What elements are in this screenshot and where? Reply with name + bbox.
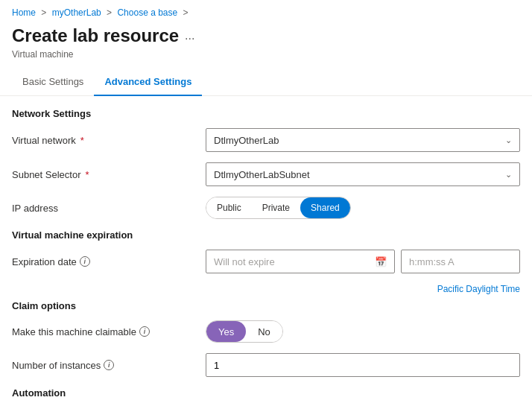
expiration-date-input[interactable]: Will not expire 📅 — [206, 250, 395, 273]
time-placeholder: h:mm:ss A — [409, 256, 455, 267]
automation-label: Automation — [12, 387, 520, 399]
expiration-date-control: Will not expire 📅 h:mm:ss A — [206, 250, 520, 273]
breadcrumb: Home > myOtherLab > Choose a base > — [0, 0, 532, 21]
claimable-info-icon[interactable]: i — [139, 326, 150, 337]
claimable-row: Make this machine claimable i Yes No — [12, 320, 520, 343]
required-marker: * — [80, 135, 84, 146]
expiration-section-label: Virtual machine expiration — [12, 229, 520, 241]
claim-section-label: Claim options — [12, 300, 520, 311]
instances-control — [206, 353, 520, 377]
subnet-dropdown[interactable]: DtlmyOtherLabSubnet ⌄ — [206, 162, 520, 186]
subnet-label: Subnet Selector * — [12, 169, 206, 180]
instances-info-icon[interactable]: i — [104, 360, 114, 370]
content-area: Network Settings Virtual network * Dtlmy… — [0, 96, 532, 406]
ip-address-control: Public Private Shared — [206, 197, 520, 219]
subnet-value: DtlmyOtherLabSubnet — [214, 169, 310, 180]
expiration-date-placeholder: Will not expire — [214, 256, 275, 267]
ip-address-label: IP address — [12, 203, 206, 214]
expiration-date-label: Expiration date i — [12, 256, 206, 267]
subnet-row: Subnet Selector * DtlmyOtherLabSubnet ⌄ — [12, 162, 520, 186]
dropdown-arrow-icon: ⌄ — [505, 136, 512, 145]
virtual-network-row: Virtual network * DtlmyOtherLab ⌄ — [12, 128, 520, 152]
expiration-inputs: Will not expire 📅 h:mm:ss A — [206, 250, 520, 273]
ip-option-private[interactable]: Private — [252, 197, 300, 218]
instances-input[interactable] — [206, 353, 520, 377]
claimable-label: Make this machine claimable i — [12, 326, 206, 337]
ellipsis-menu-icon[interactable]: ... — [185, 29, 194, 42]
claimable-no[interactable]: No — [246, 321, 282, 342]
expiration-info-icon[interactable]: i — [80, 256, 90, 267]
tabs: Basic Settings Advanced Settings — [0, 69, 532, 96]
dropdown-arrow-subnet-icon: ⌄ — [505, 170, 512, 180]
ip-address-row: IP address Public Private Shared — [12, 197, 520, 219]
virtual-network-dropdown[interactable]: DtlmyOtherLab ⌄ — [206, 128, 520, 152]
page-subtitle: Virtual machine — [0, 49, 532, 69]
breadcrumb-lab[interactable]: myOtherLab — [52, 7, 101, 18]
expiration-time-input[interactable]: h:mm:ss A — [401, 250, 520, 273]
virtual-network-value: DtlmyOtherLab — [214, 135, 279, 146]
expiration-date-row: Expiration date i Will not expire 📅 h:mm… — [12, 250, 520, 273]
ip-option-shared[interactable]: Shared — [300, 197, 350, 218]
tab-basic[interactable]: Basic Settings — [12, 69, 94, 96]
page-header: Create lab resource ... — [0, 21, 532, 49]
breadcrumb-choose-base[interactable]: Choose a base — [117, 7, 177, 18]
claimable-yes[interactable]: Yes — [206, 321, 246, 342]
network-settings-label: Network Settings — [12, 108, 520, 119]
calendar-icon: 📅 — [375, 256, 387, 267]
virtual-network-control: DtlmyOtherLab ⌄ — [206, 128, 520, 152]
ip-option-public[interactable]: Public — [206, 197, 252, 218]
instances-row: Number of instances i — [12, 353, 520, 377]
required-marker-subnet: * — [86, 169, 89, 180]
timezone-row: Pacific Daylight Time — [12, 284, 520, 294]
tab-advanced[interactable]: Advanced Settings — [94, 69, 202, 96]
instances-label: Number of instances i — [12, 360, 206, 371]
breadcrumb-home[interactable]: Home — [12, 7, 36, 18]
timezone-label: Pacific Daylight Time — [437, 284, 520, 294]
claimable-control: Yes No — [206, 320, 520, 343]
virtual-network-label: Virtual network * — [12, 135, 206, 146]
claimable-toggle: Yes No — [206, 320, 283, 343]
page-title: Create lab resource — [12, 25, 179, 46]
subnet-control: DtlmyOtherLabSubnet ⌄ — [206, 162, 520, 186]
ip-toggle-group: Public Private Shared — [206, 197, 351, 219]
